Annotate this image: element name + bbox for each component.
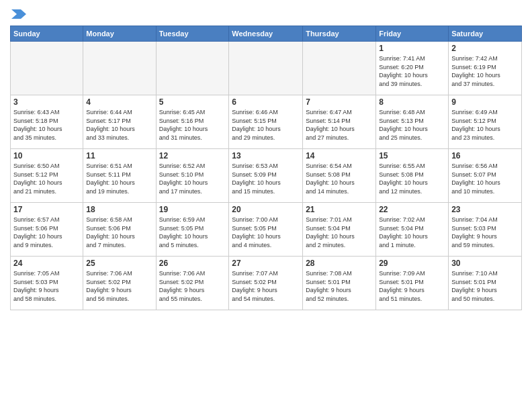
day-number: 11 xyxy=(86,151,152,161)
calendar-cell: 22Sunrise: 7:02 AM Sunset: 5:04 PM Dayli… xyxy=(376,203,449,257)
day-info: Sunrise: 6:59 AM Sunset: 5:05 PM Dayligh… xyxy=(159,216,226,249)
calendar-cell: 24Sunrise: 7:05 AM Sunset: 5:03 PM Dayli… xyxy=(11,257,83,310)
calendar-cell xyxy=(11,42,83,95)
svg-marker-0 xyxy=(11,9,26,19)
calendar-cell: 8Sunrise: 6:48 AM Sunset: 5:13 PM Daylig… xyxy=(376,95,449,149)
day-info: Sunrise: 7:41 AM Sunset: 6:20 PM Dayligh… xyxy=(379,54,445,88)
calendar-cell: 5Sunrise: 6:45 AM Sunset: 5:16 PM Daylig… xyxy=(156,95,229,149)
day-number: 16 xyxy=(451,151,519,161)
day-number: 14 xyxy=(306,151,373,161)
day-info: Sunrise: 6:55 AM Sunset: 5:08 PM Dayligh… xyxy=(379,162,445,195)
day-info: Sunrise: 6:46 AM Sunset: 5:15 PM Dayligh… xyxy=(232,108,300,142)
day-number: 22 xyxy=(379,205,445,214)
calendar-cell: 25Sunrise: 7:06 AM Sunset: 5:02 PM Dayli… xyxy=(83,257,156,310)
day-info: Sunrise: 6:54 AM Sunset: 5:08 PM Dayligh… xyxy=(306,162,373,195)
day-number: 19 xyxy=(159,205,226,214)
calendar-cell xyxy=(229,42,303,95)
day-number: 27 xyxy=(232,259,300,268)
calendar-cell: 13Sunrise: 6:53 AM Sunset: 5:09 PM Dayli… xyxy=(229,149,303,203)
day-number: 6 xyxy=(232,97,300,107)
day-info: Sunrise: 6:58 AM Sunset: 5:06 PM Dayligh… xyxy=(86,216,152,249)
calendar-cell: 9Sunrise: 6:49 AM Sunset: 5:12 PM Daylig… xyxy=(449,95,522,149)
weekday-header-friday: Friday xyxy=(376,26,449,42)
calendar-cell: 20Sunrise: 7:00 AM Sunset: 5:05 PM Dayli… xyxy=(229,203,303,257)
day-number: 9 xyxy=(451,97,519,107)
logo-arrow-icon xyxy=(11,8,26,20)
day-number: 1 xyxy=(379,44,445,53)
calendar-cell: 10Sunrise: 6:50 AM Sunset: 5:12 PM Dayli… xyxy=(11,149,83,203)
day-info: Sunrise: 6:48 AM Sunset: 5:13 PM Dayligh… xyxy=(379,108,445,142)
calendar-cell xyxy=(156,42,229,95)
weekday-header-thursday: Thursday xyxy=(303,26,376,42)
day-info: Sunrise: 6:57 AM Sunset: 5:06 PM Dayligh… xyxy=(13,216,80,249)
day-info: Sunrise: 6:50 AM Sunset: 5:12 PM Dayligh… xyxy=(13,162,80,195)
day-info: Sunrise: 6:53 AM Sunset: 5:09 PM Dayligh… xyxy=(232,162,300,195)
calendar-cell: 16Sunrise: 6:56 AM Sunset: 5:07 PM Dayli… xyxy=(449,149,522,203)
day-info: Sunrise: 6:44 AM Sunset: 5:17 PM Dayligh… xyxy=(86,108,152,142)
calendar-cell: 26Sunrise: 7:06 AM Sunset: 5:02 PM Dayli… xyxy=(156,257,229,310)
calendar-cell: 15Sunrise: 6:55 AM Sunset: 5:08 PM Dayli… xyxy=(376,149,449,203)
calendar-cell: 23Sunrise: 7:04 AM Sunset: 5:03 PM Dayli… xyxy=(449,203,522,257)
day-number: 20 xyxy=(232,205,300,214)
calendar-row-0: 1Sunrise: 7:41 AM Sunset: 6:20 PM Daylig… xyxy=(11,42,522,95)
day-info: Sunrise: 6:51 AM Sunset: 5:11 PM Dayligh… xyxy=(86,162,152,195)
day-number: 4 xyxy=(86,97,152,107)
weekday-header-tuesday: Tuesday xyxy=(156,26,229,42)
calendar-cell: 28Sunrise: 7:08 AM Sunset: 5:01 PM Dayli… xyxy=(303,257,376,310)
calendar-table: SundayMondayTuesdayWednesdayThursdayFrid… xyxy=(10,26,522,310)
calendar-cell: 11Sunrise: 6:51 AM Sunset: 5:11 PM Dayli… xyxy=(83,149,156,203)
day-number: 13 xyxy=(232,151,300,161)
day-info: Sunrise: 7:09 AM Sunset: 5:01 PM Dayligh… xyxy=(379,269,445,303)
weekday-header-sunday: Sunday xyxy=(11,26,83,42)
calendar-row-3: 17Sunrise: 6:57 AM Sunset: 5:06 PM Dayli… xyxy=(11,203,522,257)
day-info: Sunrise: 7:06 AM Sunset: 5:02 PM Dayligh… xyxy=(159,269,226,303)
day-info: Sunrise: 6:47 AM Sunset: 5:14 PM Dayligh… xyxy=(306,108,373,142)
day-info: Sunrise: 7:01 AM Sunset: 5:04 PM Dayligh… xyxy=(306,216,373,249)
day-number: 5 xyxy=(159,97,226,107)
day-number: 10 xyxy=(13,151,80,161)
day-info: Sunrise: 7:02 AM Sunset: 5:04 PM Dayligh… xyxy=(379,216,445,249)
day-info: Sunrise: 6:45 AM Sunset: 5:16 PM Dayligh… xyxy=(159,108,226,142)
calendar-cell: 14Sunrise: 6:54 AM Sunset: 5:08 PM Dayli… xyxy=(303,149,376,203)
day-info: Sunrise: 7:00 AM Sunset: 5:05 PM Dayligh… xyxy=(232,216,300,249)
day-info: Sunrise: 7:05 AM Sunset: 5:03 PM Dayligh… xyxy=(13,269,80,303)
calendar-cell: 2Sunrise: 7:42 AM Sunset: 6:19 PM Daylig… xyxy=(449,42,522,95)
calendar-cell: 7Sunrise: 6:47 AM Sunset: 5:14 PM Daylig… xyxy=(303,95,376,149)
header xyxy=(10,7,522,20)
day-info: Sunrise: 6:43 AM Sunset: 5:18 PM Dayligh… xyxy=(13,108,80,142)
calendar-row-2: 10Sunrise: 6:50 AM Sunset: 5:12 PM Dayli… xyxy=(11,149,522,203)
day-info: Sunrise: 7:07 AM Sunset: 5:02 PM Dayligh… xyxy=(232,269,300,303)
calendar-cell: 6Sunrise: 6:46 AM Sunset: 5:15 PM Daylig… xyxy=(229,95,303,149)
calendar-cell: 30Sunrise: 7:10 AM Sunset: 5:01 PM Dayli… xyxy=(449,257,522,310)
day-number: 30 xyxy=(451,259,519,268)
day-number: 23 xyxy=(451,205,519,214)
day-number: 21 xyxy=(306,205,373,214)
day-number: 18 xyxy=(86,205,152,214)
calendar-cell: 19Sunrise: 6:59 AM Sunset: 5:05 PM Dayli… xyxy=(156,203,229,257)
calendar-cell xyxy=(83,42,156,95)
day-number: 24 xyxy=(13,259,80,268)
day-number: 12 xyxy=(159,151,226,161)
day-info: Sunrise: 6:56 AM Sunset: 5:07 PM Dayligh… xyxy=(451,162,519,195)
calendar-cell: 17Sunrise: 6:57 AM Sunset: 5:06 PM Dayli… xyxy=(11,203,83,257)
calendar-cell: 4Sunrise: 6:44 AM Sunset: 5:17 PM Daylig… xyxy=(83,95,156,149)
weekday-header-saturday: Saturday xyxy=(449,26,522,42)
day-number: 7 xyxy=(306,97,373,107)
calendar-cell: 27Sunrise: 7:07 AM Sunset: 5:02 PM Dayli… xyxy=(229,257,303,310)
calendar-cell xyxy=(303,42,376,95)
day-number: 8 xyxy=(379,97,445,107)
day-info: Sunrise: 7:42 AM Sunset: 6:19 PM Dayligh… xyxy=(451,54,519,88)
logo-text xyxy=(10,7,26,20)
day-info: Sunrise: 7:06 AM Sunset: 5:02 PM Dayligh… xyxy=(86,269,152,303)
calendar-cell: 18Sunrise: 6:58 AM Sunset: 5:06 PM Dayli… xyxy=(83,203,156,257)
day-info: Sunrise: 7:08 AM Sunset: 5:01 PM Dayligh… xyxy=(306,269,373,303)
day-number: 26 xyxy=(159,259,226,268)
weekday-header-monday: Monday xyxy=(83,26,156,42)
page-container: SundayMondayTuesdayWednesdayThursdayFrid… xyxy=(0,0,532,317)
calendar-row-4: 24Sunrise: 7:05 AM Sunset: 5:03 PM Dayli… xyxy=(11,257,522,310)
day-number: 2 xyxy=(451,44,519,53)
day-info: Sunrise: 6:52 AM Sunset: 5:10 PM Dayligh… xyxy=(159,162,226,195)
day-number: 28 xyxy=(306,259,373,268)
day-number: 15 xyxy=(379,151,445,161)
logo xyxy=(10,7,26,20)
